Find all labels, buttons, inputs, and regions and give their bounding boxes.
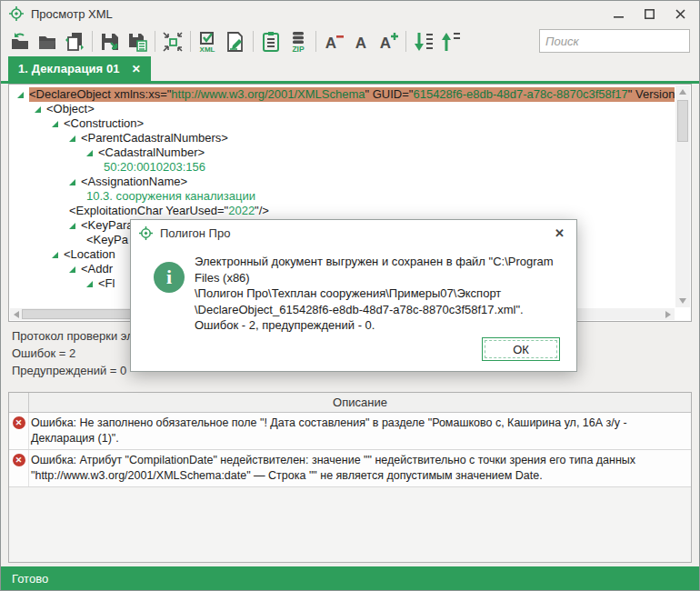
- expanded-node-triangle-icon[interactable]: [69, 179, 75, 185]
- check-xml-icon: XML: [197, 31, 219, 53]
- polygon-pro-logo-icon: [9, 6, 24, 21]
- tab-label: 1. Декларация 01: [18, 62, 120, 75]
- xml-line-text: <KeyPa: [86, 233, 128, 247]
- protocol-warnings: Предупреждений = 0: [12, 362, 134, 379]
- xml-line-text: <Construction>: [64, 116, 144, 131]
- expanded-node-triangle-icon[interactable]: [69, 135, 75, 142]
- polygon-pro-dialog: Полигон Про ✕ i Электронный документ выг…: [130, 219, 577, 372]
- dialog-message-line: Ошибок - 2, предупреждений - 0.: [195, 317, 567, 334]
- app-window: Просмотр XML: [0, 0, 700, 591]
- dialog-message-line: Электронный документ выгружен и сохранен…: [195, 254, 567, 285]
- open-folder-icon: [36, 31, 58, 53]
- xml-line[interactable]: <ParentCadastralNumbers>: [10, 131, 675, 145]
- dialog-message-line: \DeclareObject_615428f6-e8db-48d7-a78c-8…: [195, 302, 567, 318]
- collapse-all-button[interactable]: [438, 29, 464, 55]
- dialog-close-icon[interactable]: ✕: [551, 226, 568, 240]
- scroll-up-icon[interactable]: [679, 89, 686, 95]
- copy-document-button[interactable]: [62, 29, 87, 55]
- error-table: Описание ✕Ошибка: Не заполнено обязатель…: [8, 392, 692, 563]
- xml-line-text: 10.3. сооружения канализации: [86, 189, 255, 204]
- xml-line[interactable]: 50:20:0010203:156: [10, 160, 675, 175]
- vertical-scroll-thumb[interactable]: [677, 100, 688, 142]
- expanded-node-triangle-icon[interactable]: [52, 121, 58, 127]
- scroll-right-icon[interactable]: [665, 311, 671, 318]
- open-folder-button[interactable]: [35, 29, 60, 55]
- vertical-scrollbar[interactable]: [675, 85, 690, 307]
- error-description: Ошибка: Не заполнено обязательное поле "…: [29, 413, 691, 449]
- xml-line[interactable]: <CadastralNumber>: [10, 145, 675, 160]
- xml-line-text: <AssignationName>: [81, 175, 187, 189]
- zip-archive-icon: ZIP: [287, 31, 309, 53]
- scroll-left-icon[interactable]: [14, 311, 19, 318]
- xml-line-text: <ExploitationChar YearUsed="2022"/>: [69, 204, 269, 218]
- xml-line[interactable]: 10.3. сооружения канализации: [10, 189, 675, 204]
- expanded-node-triangle-icon[interactable]: [52, 252, 58, 258]
- error-description: Ошибка: Атрибут "CompilationDate" недейс…: [29, 450, 691, 486]
- xml-line-text: <Object>: [46, 102, 95, 116]
- save-xml-button[interactable]: [97, 29, 123, 55]
- expanded-node-triangle-icon[interactable]: [17, 92, 24, 98]
- xml-line-text: <ParentCadastralNumbers>: [81, 131, 228, 145]
- error-row[interactable]: ✕Ошибка: Атрибут "CompilationDate" недей…: [9, 450, 691, 487]
- save-xml-icon: [99, 31, 121, 53]
- xml-line[interactable]: <ExploitationChar YearUsed="2022"/>: [10, 204, 675, 218]
- xml-line[interactable]: <Construction>: [10, 116, 675, 131]
- xml-line-text: <CadastralNumber>: [98, 145, 205, 160]
- expand-all-button[interactable]: [411, 29, 436, 55]
- xml-line-text: <Location: [64, 247, 115, 262]
- check-xml-button[interactable]: XML: [195, 29, 221, 55]
- font-default-button[interactable]: A: [348, 29, 374, 55]
- toolbar-separator: [155, 31, 155, 52]
- expanded-node-triangle-icon[interactable]: [69, 266, 75, 273]
- tab-bar: 1. Декларация 01 ✕: [1, 56, 699, 81]
- tab-close-icon[interactable]: ✕: [132, 63, 141, 75]
- expanded-node-triangle-icon[interactable]: [86, 281, 93, 287]
- save-protocol-button[interactable]: [125, 29, 150, 55]
- error-icon-cell: ✕: [9, 450, 29, 486]
- font-increase-button[interactable]: A: [375, 29, 401, 55]
- expanded-node-triangle-icon[interactable]: [69, 223, 75, 229]
- copy-exchange-icon: [64, 31, 85, 53]
- maximize-button[interactable]: [634, 1, 665, 26]
- edit-document-icon: [225, 31, 246, 53]
- expanded-node-triangle-icon[interactable]: [35, 106, 41, 113]
- font-decrease-button[interactable]: A: [321, 29, 346, 55]
- xml-line-text: <DeclareObject xmlns:xs="http://www.w3.o…: [29, 87, 675, 102]
- svg-text:A: A: [380, 35, 391, 52]
- search-input[interactable]: [540, 31, 700, 51]
- protocol-button[interactable]: [258, 29, 284, 55]
- close-button[interactable]: [665, 1, 695, 26]
- xml-line[interactable]: <AssignationName>: [10, 175, 675, 189]
- protocol-title: Протокол проверки эл: [12, 327, 134, 345]
- protocol-clipboard-icon: [260, 31, 282, 53]
- toolbar-separator: [92, 31, 93, 52]
- dialog-title-bar[interactable]: Полигон Про ✕: [131, 220, 576, 245]
- svg-text:A: A: [325, 35, 336, 52]
- dialog-title: Полигон Про: [160, 226, 551, 240]
- font-default-icon: A: [350, 31, 372, 53]
- description-column-header: Описание: [29, 393, 691, 412]
- save-protocol-icon: [126, 31, 148, 53]
- open-reload-button[interactable]: [7, 29, 33, 55]
- status-bar: Готово: [1, 566, 699, 590]
- edit-document-button[interactable]: [223, 29, 248, 55]
- ok-button[interactable]: ОК: [482, 337, 560, 361]
- toolbar-separator: [253, 31, 254, 52]
- xml-line[interactable]: <Object>: [10, 102, 675, 116]
- xml-line-text: <Fl: [98, 276, 115, 291]
- minimize-button[interactable]: [603, 1, 634, 26]
- title-bar: Просмотр XML: [1, 1, 699, 26]
- scroll-down-icon[interactable]: [679, 298, 686, 304]
- fit-to-window-button[interactable]: [160, 29, 185, 55]
- expanded-node-triangle-icon[interactable]: [86, 150, 93, 156]
- zip-archive-button[interactable]: ZIP: [285, 29, 311, 55]
- tab-declaration-01[interactable]: 1. Декларация 01 ✕: [8, 56, 151, 81]
- toolbar-separator: [405, 31, 406, 52]
- xml-line[interactable]: <DeclareObject xmlns:xs="http://www.w3.o…: [10, 87, 675, 102]
- toolbar: XML ZIP: [1, 26, 699, 56]
- error-row[interactable]: ✕Ошибка: Не заполнено обязательное поле …: [9, 413, 691, 450]
- status-text: Готово: [12, 572, 48, 586]
- polygon-pro-logo-icon: [139, 226, 153, 240]
- font-increase-icon: A: [377, 31, 399, 53]
- dialog-message: Электронный документ выгружен и сохранен…: [195, 254, 567, 334]
